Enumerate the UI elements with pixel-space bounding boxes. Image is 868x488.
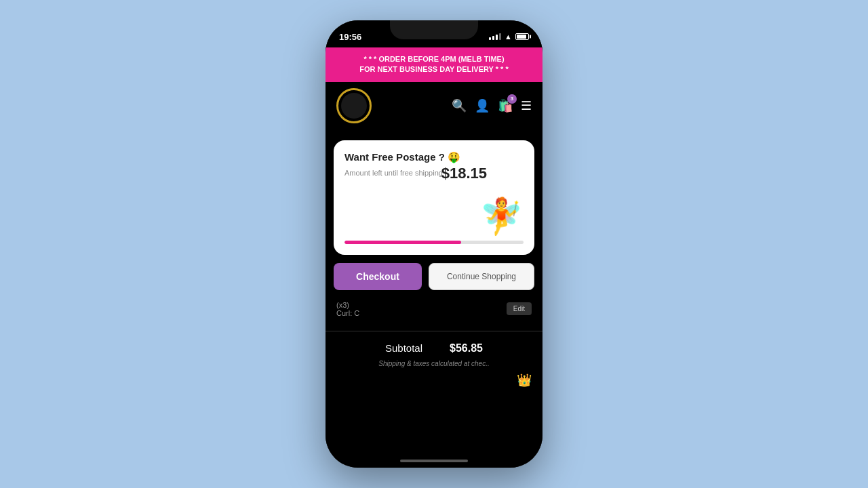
shipping-row: Shipping & taxes calculated at chec.. 👑 [326, 357, 542, 374]
edit-button[interactable]: Edit [507, 302, 532, 315]
banner-line1: * * * ORDER BEFORE 4PM (MELB TIME) [334, 54, 534, 64]
logo-icon [336, 88, 372, 123]
progress-bar-fill [344, 241, 461, 244]
cart-icon[interactable]: 🛍️ 3 [498, 98, 513, 113]
divider [326, 331, 542, 331]
shipping-note: Shipping & taxes calculated at chec.. [326, 359, 542, 373]
cart-item-curl: Curl: C [336, 309, 359, 317]
nav-icons: 🔍 👤 🛍️ 3 ☰ [452, 98, 532, 113]
menu-icon[interactable]: ☰ [521, 98, 532, 113]
header-nav: 🔍 👤 🛍️ 3 ☰ [326, 82, 542, 129]
notch [390, 20, 478, 39]
free-postage-card: Want Free Postage ? 🤑 Amount left until … [334, 140, 534, 255]
phone-frame: 19:56 ▲ * * * ORDER BEFORE 4PM (MELB TIM… [326, 20, 542, 468]
subtotal-label: Subtotal [385, 342, 422, 354]
continue-shopping-button[interactable]: Continue Shopping [429, 263, 534, 290]
cart-content: (x3) Curl: C Edit [326, 290, 542, 328]
status-time: 19:56 [339, 32, 361, 42]
card-title: Want Free Postage ? 🤑 [344, 151, 524, 163]
cart-item-row: (x3) Curl: C Edit [336, 296, 532, 323]
banner-line2: FOR NEXT BUSINESS DAY DELIVERY * * * [334, 64, 534, 75]
action-buttons: Checkout Continue Shopping [334, 263, 534, 290]
cart-item-quantity: (x3) [336, 301, 359, 309]
subtotal-amount: $56.85 [450, 342, 483, 354]
crown-icon: 👑 [517, 373, 532, 388]
signal-bars-icon [489, 33, 501, 40]
status-icons: ▲ [489, 33, 529, 41]
phone-content: * * * ORDER BEFORE 4PM (MELB TIME) FOR N… [326, 47, 542, 468]
card-amount: $18.15 [441, 165, 487, 182]
home-indicator [400, 460, 468, 462]
progress-bar [344, 241, 524, 244]
checkout-button[interactable]: Checkout [334, 263, 422, 290]
user-icon[interactable]: 👤 [475, 98, 490, 113]
promo-banner: * * * ORDER BEFORE 4PM (MELB TIME) FOR N… [326, 47, 542, 82]
card-subtitle: Amount left until free shipping [344, 169, 524, 177]
battery-icon [515, 33, 529, 40]
search-icon[interactable]: 🔍 [452, 98, 467, 113]
character-emoji: 🧚 [479, 199, 524, 234]
subtotal-row: Subtotal $56.85 [326, 334, 542, 357]
wifi-icon: ▲ [505, 33, 512, 41]
character-image: 🧚 [344, 180, 524, 234]
cart-badge: 3 [507, 94, 517, 104]
